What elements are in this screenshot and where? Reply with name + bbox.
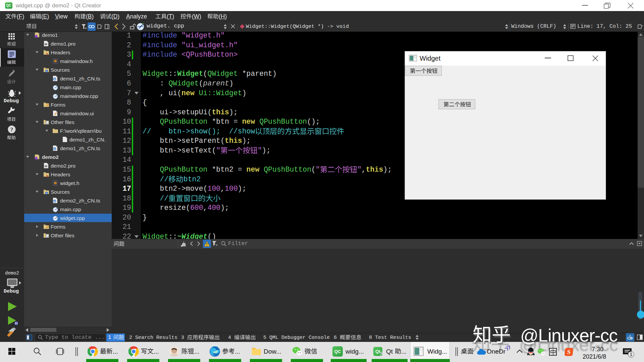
svg-text:a: a bbox=[54, 78, 56, 81]
svg-text:»: » bbox=[46, 192, 48, 195]
svg-text:a: a bbox=[54, 200, 56, 203]
svg-text:?: ? bbox=[10, 126, 13, 133]
svg-text:h: h bbox=[46, 174, 48, 178]
svg-text:a: a bbox=[54, 147, 56, 150]
svg-text:h: h bbox=[46, 52, 48, 56]
svg-text:»: » bbox=[46, 70, 48, 73]
